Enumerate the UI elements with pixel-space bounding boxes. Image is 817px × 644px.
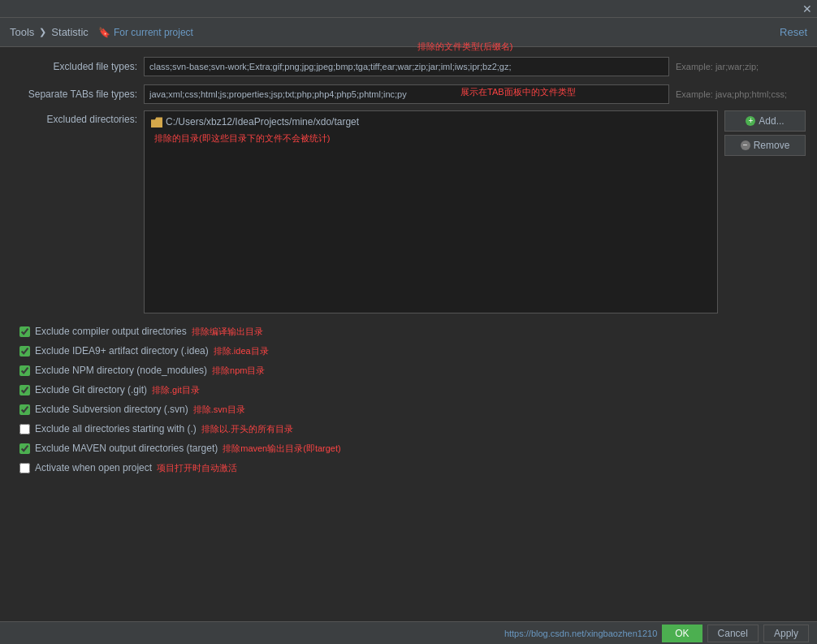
- separate-tabs-label: Separate TABs file types:: [11, 89, 137, 100]
- directories-buttons: + Add... − Remove: [724, 110, 806, 156]
- checkbox-annotation-6: 排除maven输出目录(即target): [223, 443, 340, 455]
- checkbox-row-6: Exclude MAVEN output directories (target…: [19, 440, 806, 456]
- checkbox-annotation-3: 排除.git目录: [152, 384, 200, 396]
- checkbox-label-5: Exclude all directories starting with (.…: [35, 423, 197, 434]
- checkbox-4[interactable]: [19, 404, 30, 415]
- separate-tabs-row: Separate TABs file types: 展示在TAB面板中的文件类型…: [11, 83, 806, 106]
- apply-button[interactable]: Apply: [763, 625, 809, 642]
- ok-button[interactable]: OK: [662, 625, 702, 642]
- checkbox-2[interactable]: [19, 365, 30, 376]
- checkbox-row-3: Exclude Git directory (.git)排除.git目录: [19, 382, 806, 398]
- tools-link[interactable]: Tools: [10, 26, 34, 38]
- checkbox-annotation-0: 排除编译输出目录: [192, 326, 263, 338]
- excluded-directories-row: Excluded directories: C:/Users/xbz12/Ide…: [11, 110, 806, 313]
- close-button[interactable]: ✕: [801, 2, 814, 15]
- checkbox-6[interactable]: [19, 443, 30, 454]
- statistic-label: Statistic: [51, 26, 89, 38]
- checkbox-7[interactable]: [19, 463, 30, 473]
- bottom-bar: https://blog.csdn.net/xingbaozhen1210 OK…: [0, 621, 817, 644]
- checkbox-row-0: Exclude compiler output directories排除编译输…: [19, 323, 806, 339]
- add-directory-button[interactable]: + Add...: [724, 110, 806, 132]
- checkbox-row-2: Exclude NPM directory (node_modules)排除np…: [19, 362, 806, 378]
- checkbox-3[interactable]: [19, 385, 30, 395]
- checkbox-1[interactable]: [19, 346, 30, 357]
- directory-path: C:/Users/xbz12/IdeaProjects/mine/xdo/tar…: [166, 116, 359, 128]
- checkbox-row-5: Exclude all directories starting with (.…: [19, 421, 806, 437]
- dir-annotation: 排除的目录(即这些目录下的文件不会被统计): [148, 129, 714, 148]
- cancel-button[interactable]: Cancel: [707, 625, 759, 642]
- checkbox-annotation-5: 排除以.开头的所有目录: [201, 423, 293, 435]
- excluded-file-types-row: Excluded file types: Example: jar;war;zi…: [11, 55, 806, 78]
- checkbox-5[interactable]: [19, 424, 30, 434]
- checkbox-annotation-2: 排除npm目录: [212, 365, 265, 377]
- directories-box[interactable]: C:/Users/xbz12/IdeaProjects/mine/xdo/tar…: [144, 110, 718, 313]
- project-icon: 🔖: [98, 27, 110, 38]
- project-text: For current project: [114, 27, 193, 38]
- checkbox-label-7: Activate when open project: [35, 462, 152, 473]
- header-breadcrumb: Tools ❯ Statistic 🔖 For current project …: [0, 18, 817, 47]
- checkbox-label-0: Exclude compiler output directories: [35, 326, 187, 337]
- checkbox-annotation-4: 排除.svn目录: [193, 404, 245, 416]
- checkbox-label-1: Exclude IDEA9+ artifact directory (.idea…: [35, 345, 209, 357]
- directories-label: Excluded directories:: [11, 110, 137, 125]
- checkbox-annotation-7: 项目打开时自动激活: [157, 462, 237, 474]
- directory-item: C:/Users/xbz12/IdeaProjects/mine/xdo/tar…: [148, 115, 714, 129]
- main-content: Excluded file types: Example: jar;war;zi…: [0, 47, 817, 484]
- checkbox-row-1: Exclude IDEA9+ artifact directory (.idea…: [19, 343, 806, 359]
- separate-tabs-input[interactable]: [144, 84, 669, 104]
- excluded-files-input[interactable]: [144, 57, 669, 76]
- checkbox-0[interactable]: [19, 326, 30, 337]
- checkboxes-section: Exclude compiler output directories排除编译输…: [11, 323, 806, 476]
- excluded-files-hint: Example: jar;war;zip;: [676, 62, 806, 71]
- checkbox-label-2: Exclude NPM directory (node_modules): [35, 365, 207, 376]
- add-icon: +: [746, 116, 755, 126]
- remove-label: Remove: [754, 140, 790, 151]
- add-label: Add...: [759, 115, 784, 127]
- checkbox-annotation-1: 排除.idea目录: [214, 345, 269, 357]
- reset-link[interactable]: Reset: [780, 26, 807, 38]
- breadcrumb-chevron: ❯: [39, 27, 46, 37]
- folder-icon: [151, 116, 162, 128]
- title-bar: ✕: [0, 0, 817, 18]
- checkbox-label-6: Exclude MAVEN output directories (target…: [35, 443, 218, 454]
- separate-tabs-hint: Example: java;php;html;css;: [676, 89, 806, 99]
- checkbox-label-3: Exclude Git directory (.git): [35, 384, 147, 395]
- bottom-url: https://blog.csdn.net/xingbaozhen1210: [504, 629, 657, 638]
- excluded-files-label: Excluded file types:: [11, 61, 137, 72]
- checkbox-row-7: Activate when open project项目打开时自动激活: [19, 460, 806, 476]
- remove-directory-button[interactable]: − Remove: [724, 135, 806, 156]
- remove-icon: −: [741, 140, 750, 150]
- checkbox-row-4: Exclude Subversion directory (.svn)排除.sv…: [19, 401, 806, 417]
- project-label: 🔖 For current project: [98, 27, 193, 38]
- checkbox-label-4: Exclude Subversion directory (.svn): [35, 404, 188, 415]
